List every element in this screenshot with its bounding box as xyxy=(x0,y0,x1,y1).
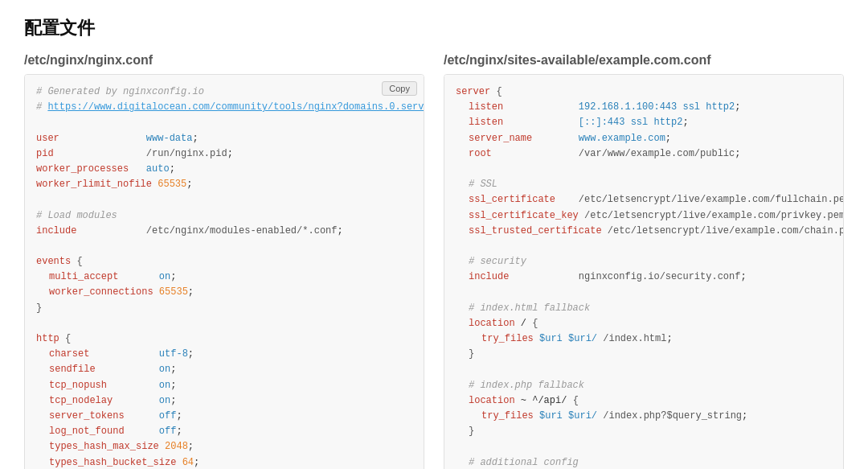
left-panel: /etc/nginx/nginx.conf Copy # Generated b… xyxy=(24,53,424,469)
page-title: 配置文件 xyxy=(24,16,844,40)
copy-button[interactable]: Copy xyxy=(382,81,417,96)
right-panel-title: /etc/nginx/sites-available/example.com.c… xyxy=(444,53,844,68)
right-panel: /etc/nginx/sites-available/example.com.c… xyxy=(444,53,844,469)
left-panel-title: /etc/nginx/nginx.conf xyxy=(24,53,424,68)
panels-container: /etc/nginx/nginx.conf Copy # Generated b… xyxy=(24,53,844,469)
right-code-block: server { listen 192.168.1.100:443 ssl ht… xyxy=(444,74,844,469)
left-code-block: Copy # Generated by nginxconfig.io # htt… xyxy=(24,74,424,469)
